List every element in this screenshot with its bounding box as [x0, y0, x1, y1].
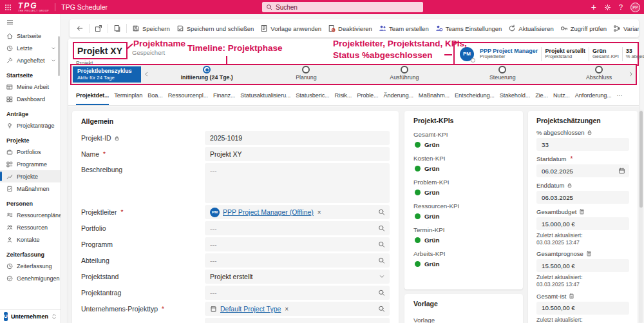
- name-input[interactable]: Projekt XY: [205, 147, 390, 161]
- search-icon[interactable]: [378, 257, 385, 264]
- stage-radio-icon: [401, 66, 408, 73]
- field-enddatum: Enddatum 06.03.2025: [536, 182, 629, 204]
- tab-statusaktualisierung[interactable]: Statusaktualisieru...: [240, 85, 290, 106]
- sidebar-item-zeiterfassung[interactable]: Zeiterfassung: [0, 260, 61, 272]
- calendar-icon[interactable]: [618, 168, 625, 175]
- search-icon[interactable]: [378, 306, 385, 313]
- help-icon[interactable]: ?: [619, 3, 623, 11]
- search-icon[interactable]: [378, 289, 385, 297]
- tab-massnahmen[interactable]: Maßnahm...: [419, 85, 450, 106]
- apply-template-button[interactable]: Vorlage anwenden: [259, 23, 323, 34]
- chevron-down-icon[interactable]: [379, 273, 385, 280]
- chevron-right-icon[interactable]: [628, 70, 634, 78]
- remove-value-icon[interactable]: ×: [285, 306, 289, 313]
- scrollbar-thumb[interactable]: [639, 111, 643, 208]
- tab-probleme[interactable]: Proble...: [357, 85, 378, 106]
- bpf-stage-planung[interactable]: Planung: [261, 66, 351, 81]
- sidebar-item-kontakte[interactable]: Kontakte: [0, 233, 61, 246]
- projekttyp-lookup[interactable]: Default Project Type ×: [205, 302, 390, 316]
- add-icon[interactable]: +: [591, 3, 596, 12]
- remove-value-icon[interactable]: ×: [317, 209, 321, 216]
- tab-overflow[interactable]: ···: [617, 85, 623, 106]
- sidebar-item-programme[interactable]: Programme: [0, 158, 61, 170]
- sidebar-item-ressourcenplaene[interactable]: Ressourcenpläne: [0, 209, 61, 221]
- bpf-stage-initiierung[interactable]: Initiierung (24 Tge.): [162, 66, 252, 81]
- sidebar-item-ressourcen[interactable]: Ressourcen: [0, 221, 61, 233]
- form-switcher-button[interactable]: [112, 23, 122, 34]
- tab-entscheidungen[interactable]: Entscheidung...: [455, 85, 495, 106]
- chevron-down-icon: [51, 46, 56, 51]
- projekttyp-record-link[interactable]: Default Project Type: [220, 305, 281, 313]
- global-search-input[interactable]: Suchen: [262, 2, 423, 12]
- sidebar-item-letzte[interactable]: Letzte: [0, 42, 61, 54]
- teams-settings-button[interactable]: Teams Einstellungen: [434, 23, 504, 34]
- section-projektschaetzungen: Projektschätzungen % abgeschlossen 33 St…: [528, 111, 638, 323]
- abteilung-lookup[interactable]: ---: [205, 253, 390, 268]
- search-icon[interactable]: [378, 241, 385, 248]
- open-record-button[interactable]: [93, 23, 104, 34]
- doc-check-icon: [6, 186, 13, 192]
- hamburger-menu-icon[interactable]: [0, 14, 61, 30]
- projektstand-select[interactable]: Projekt erstellt: [205, 269, 390, 284]
- beschreibung-textarea[interactable]: ---: [205, 163, 390, 203]
- tab-nutzen[interactable]: Nutz...: [553, 85, 570, 106]
- manager-record-link[interactable]: PPP Project Manager (Offline): [223, 208, 314, 216]
- projektleiter-lookup[interactable]: PM PPP Project Manager (Offline) ×: [205, 205, 390, 219]
- save-button[interactable]: Speichern: [131, 23, 171, 34]
- tab-risiken[interactable]: Risik...: [334, 85, 352, 106]
- manager-avatar[interactable]: PM: [460, 47, 474, 61]
- save-and-close-button[interactable]: Speichern und schließen: [175, 23, 256, 34]
- presence-dot: [471, 58, 475, 63]
- sidebar-item-genehmigungen[interactable]: Genehmigungen: [0, 272, 61, 284]
- sidebar-item-dashboard[interactable]: Dashboard: [0, 93, 61, 105]
- sidebar-item-angeheftet[interactable]: Angeheftet: [0, 54, 61, 66]
- startdatum-input[interactable]: 06.02.2025: [536, 164, 629, 177]
- refresh-button[interactable]: Aktualisieren: [507, 23, 554, 34]
- org-switcher[interactable]: U Unternehmen: [0, 309, 61, 323]
- sidebar-item-meine-arbeit[interactable]: Meine Arbeit: [0, 81, 61, 93]
- projekt-id-input[interactable]: 2025-1019: [205, 131, 390, 145]
- sidebar-item-massnahmen[interactable]: Maßnahmen: [0, 182, 61, 195]
- sidebar-item-projektantraege[interactable]: Projektanträge: [0, 119, 61, 132]
- tab-aenderungen[interactable]: Änderung...: [383, 85, 413, 106]
- portfolio-lookup[interactable]: ---: [205, 221, 390, 235]
- gesamtbudget-input[interactable]: 15.000,00 €: [536, 217, 629, 230]
- tab-terminplan[interactable]: Terminplan: [114, 85, 142, 106]
- enddatum-input[interactable]: 06.03.2025: [536, 191, 629, 204]
- green-status-dot: [415, 166, 421, 171]
- sidebar-item-portfolios[interactable]: Portfolios: [0, 146, 61, 158]
- user-avatar[interactable]: PP: [630, 3, 640, 12]
- tab-ziele[interactable]: Zie...: [535, 85, 548, 106]
- tab-stakeholder[interactable]: Stakehold...: [500, 85, 530, 106]
- back-button[interactable]: [75, 23, 85, 34]
- tab-finanzen[interactable]: Finanz...: [213, 85, 235, 106]
- tab-anforderungen[interactable]: Anforderung...: [575, 85, 612, 106]
- top-bar: TPG THE PROJECT GROUP TPG Scheduler Such…: [0, 0, 644, 14]
- programm-lookup[interactable]: ---: [205, 237, 390, 251]
- tab-board[interactable]: Boa...: [147, 85, 162, 106]
- chevron-left-icon[interactable]: [144, 70, 149, 78]
- variants-button[interactable]: Varianten: [612, 23, 639, 34]
- content-scrollbar[interactable]: [639, 110, 643, 323]
- bpf-active-stage-box[interactable]: Projektlebenszyklus Aktiv für 24 Tage: [73, 66, 141, 83]
- create-team-button[interactable]: Team erstellen: [377, 23, 430, 34]
- search-icon[interactable]: [378, 209, 385, 216]
- tab-ressourcenplan[interactable]: Ressourcenpl...: [168, 85, 208, 106]
- waffle-icon[interactable]: [5, 4, 12, 11]
- sidebar-item-projekte[interactable]: Projekte: [0, 170, 61, 182]
- gesamtprognose-input[interactable]: 15.500,00 €: [536, 259, 629, 272]
- deactivate-button[interactable]: Deaktivieren: [327, 23, 374, 34]
- program-grid-icon: [6, 161, 13, 168]
- search-icon[interactable]: [378, 225, 385, 232]
- tab-statusbericht[interactable]: Statusberic...: [296, 85, 329, 106]
- tab-projektdetails[interactable]: Projektdet...: [76, 85, 109, 106]
- bpf-stage-steuerung[interactable]: Steuerung: [457, 66, 547, 81]
- sidebar-item-startseite[interactable]: Startseite: [0, 30, 61, 42]
- pct-input[interactable]: 33: [536, 138, 629, 151]
- settings-gear-icon[interactable]: [604, 4, 611, 11]
- bpf-stage-ausfuehrung[interactable]: Ausführung: [359, 66, 450, 81]
- projektantrag-lookup[interactable]: ---: [205, 286, 390, 300]
- gesamt-ist-input[interactable]: 10.500,00 €: [536, 302, 629, 315]
- check-access-button[interactable]: Zugriff prüfen: [559, 23, 608, 34]
- sidebar-scrollbar[interactable]: [58, 36, 60, 76]
